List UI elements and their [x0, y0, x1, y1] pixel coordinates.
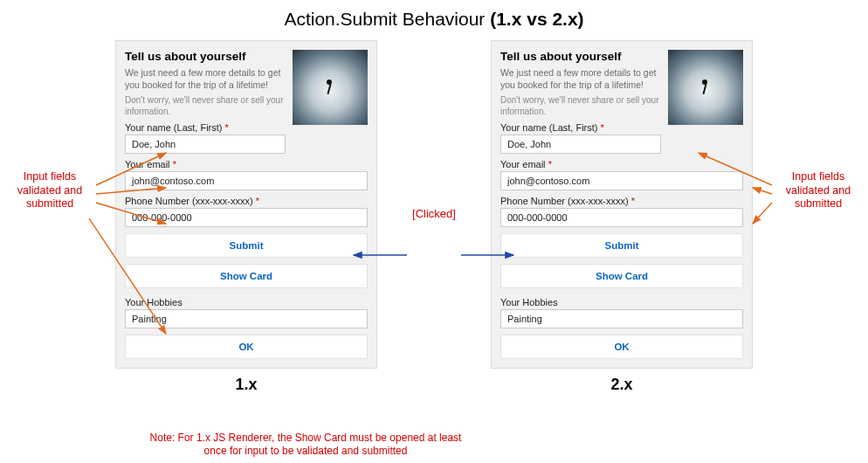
email-input[interactable]: john@contoso.com: [500, 171, 743, 190]
annotation-right: Input fields validated and submitted: [770, 170, 866, 211]
showcard-button[interactable]: Show Card: [500, 264, 743, 288]
ok-button[interactable]: OK: [125, 335, 368, 359]
phone-label-text: Phone Number (xxx-xxx-xxxx): [125, 196, 253, 206]
annotation-left: Input fields validated and submitted: [2, 170, 98, 211]
hobbies-input[interactable]: Painting: [500, 309, 743, 328]
ok-button[interactable]: OK: [500, 335, 743, 359]
required-marker: *: [256, 196, 259, 206]
card-privacy-note: Don't worry, we'll never share or sell y…: [125, 94, 286, 117]
submit-button[interactable]: Submit: [500, 233, 743, 258]
required-marker: *: [601, 122, 604, 133]
card-privacy-note: Don't worry, we'll never share or sell y…: [500, 94, 661, 117]
email-label-text: Your email: [500, 159, 546, 169]
email-input[interactable]: john@contoso.com: [125, 171, 368, 190]
title-prefix: Action.Submit Behaviour: [284, 9, 490, 29]
page-title: Action.Submit Behaviour (1.x vs 2.x): [7, 9, 861, 30]
version-2x-label: 2.x: [491, 376, 753, 394]
hobbies-label: Your Hobbies: [125, 297, 368, 308]
showcard-button[interactable]: Show Card: [125, 264, 368, 288]
required-marker: *: [631, 196, 635, 206]
footnote: Note: For 1.x JS Renderer, the Show Card…: [148, 432, 463, 458]
card-1x-wrap: Tell us about yourself We just need a fe…: [115, 40, 377, 394]
phone-label-text: Phone Number (xxx-xxx-xxxx): [500, 196, 629, 206]
card-2x: Tell us about yourself We just need a fe…: [491, 40, 753, 369]
name-label: Your name (Last, First) *: [125, 122, 286, 133]
name-label-text: Your name (Last, First): [125, 122, 222, 133]
required-marker: *: [225, 122, 229, 133]
name-input[interactable]: Doe, John: [125, 135, 286, 154]
email-label: Your email *: [125, 159, 368, 169]
card-subtitle: We just need a few more details to get y…: [125, 67, 286, 91]
phone-label: Phone Number (xxx-xxx-xxxx) *: [500, 196, 743, 206]
card-title: Tell us about yourself: [500, 50, 661, 63]
hobbies-input[interactable]: Painting: [125, 309, 368, 328]
clicked-annotation: [Clicked]: [412, 207, 456, 220]
name-label: Your name (Last, First) *: [500, 122, 661, 133]
version-1x-label: 1.x: [115, 376, 377, 394]
phone-input[interactable]: 000-000-0000: [500, 208, 743, 227]
title-bold: (1.x vs 2.x): [490, 9, 583, 29]
diver-image: [293, 50, 368, 125]
card-2x-wrap: Tell us about yourself We just need a fe…: [491, 40, 753, 394]
required-marker: *: [173, 159, 176, 169]
card-1x: Tell us about yourself We just need a fe…: [115, 40, 377, 369]
email-label-text: Your email: [125, 159, 170, 169]
card-header: Tell us about yourself We just need a fe…: [500, 50, 743, 154]
phone-label: Phone Number (xxx-xxx-xxxx) *: [125, 196, 368, 206]
hobbies-label: Your Hobbies: [500, 297, 743, 308]
card-subtitle: We just need a few more details to get y…: [500, 67, 661, 91]
name-label-text: Your name (Last, First): [500, 122, 597, 133]
card-header: Tell us about yourself We just need a fe…: [125, 50, 368, 154]
name-input[interactable]: Doe, John: [500, 135, 661, 154]
diver-image: [668, 50, 743, 125]
submit-button[interactable]: Submit: [125, 233, 368, 258]
email-label: Your email *: [500, 159, 743, 169]
card-title: Tell us about yourself: [125, 50, 286, 63]
phone-input[interactable]: 000-000-0000: [125, 208, 368, 227]
card-header-text: Tell us about yourself We just need a fe…: [125, 50, 286, 154]
required-marker: *: [548, 159, 552, 169]
card-header-text: Tell us about yourself We just need a fe…: [500, 50, 661, 154]
